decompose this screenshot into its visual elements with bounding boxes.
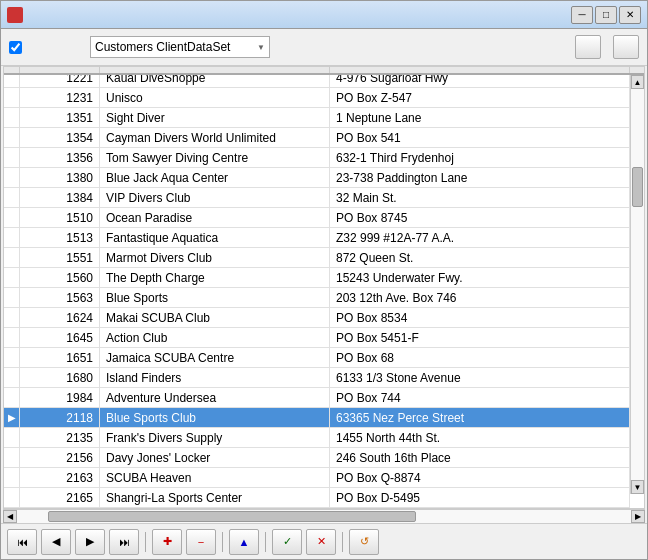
row-indicator — [4, 308, 20, 327]
post-record-button[interactable]: ▲ — [229, 529, 259, 555]
minimize-button[interactable]: ─ — [571, 6, 593, 24]
table-row[interactable]: 1984Adventure UnderseaPO Box 744 — [4, 388, 630, 408]
row-indicator — [4, 228, 20, 247]
cell-addr1: 32 Main St. — [330, 188, 630, 207]
table-row[interactable]: 1680Island Finders6133 1/3 Stone Avenue — [4, 368, 630, 388]
table-row[interactable]: 1384VIP Divers Club32 Main St. — [4, 188, 630, 208]
scroll-down-button[interactable]: ▼ — [631, 480, 644, 494]
table-row[interactable]: 2163SCUBA HeavenPO Box Q-8874 — [4, 468, 630, 488]
cell-custno: 1354 — [20, 128, 100, 147]
table-row[interactable]: 2135Frank's Divers Supply1455 North 44th… — [4, 428, 630, 448]
table-row[interactable]: 1510Ocean ParadisePO Box 8745 — [4, 208, 630, 228]
cell-custno: 1356 — [20, 148, 100, 167]
prev-record-button[interactable]: ◀ — [41, 529, 71, 555]
cell-company: The Depth Charge — [100, 268, 330, 287]
table-row[interactable]: 1351Sight Diver1 Neptune Lane — [4, 108, 630, 128]
cell-addr1: PO Box 68 — [330, 348, 630, 367]
vertical-scrollbar[interactable]: ▲ ▼ — [630, 75, 644, 494]
table-row[interactable]: 1380Blue Jack Aqua Center23-738 Paddingt… — [4, 168, 630, 188]
cell-company: Tom Sawyer Diving Centre — [100, 148, 330, 167]
first-record-button[interactable]: ⏮ — [7, 529, 37, 555]
dataset-select[interactable]: Customers ClientDataSet — [90, 36, 270, 58]
next-record-button[interactable]: ▶ — [75, 529, 105, 555]
table-row[interactable]: 1624Makai SCUBA ClubPO Box 8534 — [4, 308, 630, 328]
cell-addr1: PO Box 8745 — [330, 208, 630, 227]
row-indicator — [4, 488, 20, 507]
last-record-button[interactable]: ⏭ — [109, 529, 139, 555]
cell-custno: 1510 — [20, 208, 100, 227]
horizontal-scrollbar[interactable]: ◀ ▶ — [3, 509, 645, 523]
scroll-track-horizontal[interactable] — [17, 510, 631, 523]
close-button[interactable]: ✕ — [619, 6, 641, 24]
cell-company: Makai SCUBA Club — [100, 308, 330, 327]
row-indicator — [4, 188, 20, 207]
scroll-left-button[interactable]: ◀ — [3, 510, 17, 523]
maximize-button[interactable]: □ — [595, 6, 617, 24]
cell-company: Marmot Divers Club — [100, 248, 330, 267]
cell-addr1: 246 South 16th Place — [330, 448, 630, 467]
table-row[interactable]: ▶2118Blue Sports Club63365 Nez Perce Str… — [4, 408, 630, 428]
refresh-button[interactable]: ↺ — [349, 529, 379, 555]
insert-record-button[interactable]: ✚ — [152, 529, 182, 555]
cell-custno: 1221 — [20, 75, 100, 87]
row-indicator — [4, 468, 20, 487]
table-row[interactable]: 1551Marmot Divers Club872 Queen St. — [4, 248, 630, 268]
table-row[interactable]: 1513Fantastique AquaticaZ32 999 #12A-77 … — [4, 228, 630, 248]
table-row[interactable]: 1560The Depth Charge15243 Underwater Fwy… — [4, 268, 630, 288]
table-row[interactable]: 1651Jamaica SCUBA CentrePO Box 68 — [4, 348, 630, 368]
active-checkbox[interactable] — [9, 41, 22, 54]
nav-separator-2 — [222, 532, 223, 552]
cell-custno: 1551 — [20, 248, 100, 267]
copy-button[interactable] — [575, 35, 601, 59]
edit-button[interactable] — [613, 35, 639, 59]
cell-company: Davy Jones' Locker — [100, 448, 330, 467]
active-checkbox-label[interactable] — [9, 41, 26, 54]
table-row[interactable]: 1354Cayman Divers World UnlimitedPO Box … — [4, 128, 630, 148]
cell-custno: 1351 — [20, 108, 100, 127]
table-row[interactable]: 1563Blue Sports203 12th Ave. Box 746 — [4, 288, 630, 308]
row-indicator: ▶ — [4, 408, 20, 427]
column-header-company — [100, 67, 330, 73]
grid-body[interactable]: 1221Kauai DiveShoppe4-976 Sugarloaf Hwy1… — [4, 75, 644, 508]
toolbar: Customers ClientDataSet — [1, 29, 647, 66]
table-row[interactable]: 1221Kauai DiveShoppe4-976 Sugarloaf Hwy — [4, 75, 630, 88]
cell-custno: 1513 — [20, 228, 100, 247]
cell-company: Blue Sports Club — [100, 408, 330, 427]
cell-custno: 1560 — [20, 268, 100, 287]
table-row[interactable]: 1356Tom Sawyer Diving Centre632-1 Third … — [4, 148, 630, 168]
cell-addr1: 4-976 Sugarloaf Hwy — [330, 75, 630, 87]
cell-addr1: 63365 Nez Perce Street — [330, 408, 630, 427]
data-grid: 1221Kauai DiveShoppe4-976 Sugarloaf Hwy1… — [3, 66, 645, 509]
scroll-right-button[interactable]: ▶ — [631, 510, 645, 523]
dataset-select-wrapper[interactable]: Customers ClientDataSet — [90, 36, 270, 58]
cell-custno: 1624 — [20, 308, 100, 327]
confirm-button[interactable]: ✓ — [272, 529, 302, 555]
cell-custno: 1563 — [20, 288, 100, 307]
table-row[interactable]: 2165Shangri-La Sports CenterPO Box D-549… — [4, 488, 630, 508]
cell-custno: 2165 — [20, 488, 100, 507]
cell-company: Jamaica SCUBA Centre — [100, 348, 330, 367]
cell-custno: 2156 — [20, 448, 100, 467]
scroll-thumb-vertical[interactable] — [632, 167, 643, 207]
cell-addr1: 872 Queen St. — [330, 248, 630, 267]
cancel-record-button[interactable]: ✕ — [306, 529, 336, 555]
cell-company: Fantastique Aquatica — [100, 228, 330, 247]
cell-company: SCUBA Heaven — [100, 468, 330, 487]
delete-record-button[interactable]: − — [186, 529, 216, 555]
row-indicator — [4, 388, 20, 407]
cell-addr1: 6133 1/3 Stone Avenue — [330, 368, 630, 387]
cell-addr1: PO Box 744 — [330, 388, 630, 407]
table-row[interactable]: 1645Action ClubPO Box 5451-F — [4, 328, 630, 348]
row-indicator — [4, 148, 20, 167]
app-icon — [7, 7, 23, 23]
scroll-track-vertical[interactable] — [631, 89, 644, 480]
scroll-thumb-horizontal[interactable] — [48, 511, 416, 522]
table-row[interactable]: 1231UniscoPO Box Z-547 — [4, 88, 630, 108]
title-bar: ─ □ ✕ — [1, 1, 647, 29]
row-indicator — [4, 208, 20, 227]
cell-addr1: PO Box 8534 — [330, 308, 630, 327]
row-indicator — [4, 128, 20, 147]
scroll-up-button[interactable]: ▲ — [631, 75, 644, 89]
cell-addr1: PO Box 5451-F — [330, 328, 630, 347]
table-row[interactable]: 2156Davy Jones' Locker246 South 16th Pla… — [4, 448, 630, 468]
